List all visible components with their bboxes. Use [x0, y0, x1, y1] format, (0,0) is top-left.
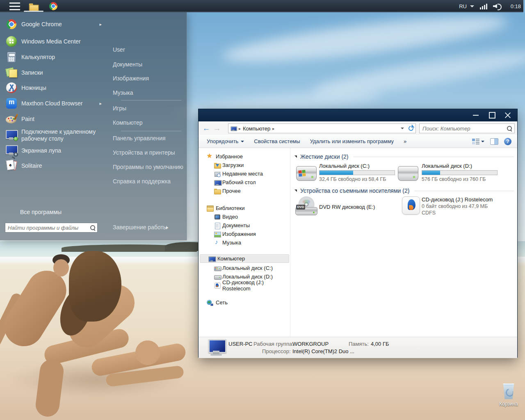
- magnifier-app-icon: [5, 144, 18, 157]
- breadcrumb-computer[interactable]: Компьютер: [243, 126, 270, 132]
- start-item-snipping-tool[interactable]: Ножницы: [0, 80, 106, 96]
- start-right-help-support[interactable]: Справка и поддержка: [107, 176, 187, 187]
- nav-music[interactable]: Музыка: [199, 238, 290, 247]
- nav-favorites[interactable]: Избранное: [199, 152, 290, 161]
- start-right-devices-printers[interactable]: Устройства и принтеры: [107, 147, 187, 158]
- help-button[interactable]: ?: [504, 138, 511, 145]
- wallpaper-couple: [0, 230, 213, 420]
- preview-pane-button[interactable]: [490, 138, 498, 145]
- start-item-calculator[interactable]: Калькулятор: [0, 49, 106, 65]
- chevron-down-icon: [481, 141, 484, 142]
- navigation-pane: Избранное Загрузки Недавние места Рабочи…: [199, 148, 290, 337]
- language-indicator[interactable]: RU: [459, 3, 474, 9]
- search-box[interactable]: [419, 123, 515, 133]
- start-item-media-center[interactable]: Windows Media Center: [0, 34, 106, 49]
- start-right-control-panel[interactable]: Панель управления: [107, 132, 187, 144]
- search-icon: [90, 225, 96, 231]
- start-item-maxthon[interactable]: Maxthon Cloud Browser: [0, 96, 106, 111]
- start-item-sticky-notes[interactable]: Записки: [0, 65, 106, 80]
- document-icon: [214, 222, 221, 229]
- nav-pictures[interactable]: Изображения: [199, 230, 290, 238]
- system-properties-button[interactable]: Свойства системы: [254, 138, 300, 144]
- group-header-removable[interactable]: Устройства со съемными носителями (2): [290, 187, 518, 194]
- volume-icon[interactable]: [493, 3, 501, 9]
- start-menu: Google Chrome Windows Media Center Кальк…: [0, 12, 187, 240]
- remote-desktop-icon: [5, 129, 18, 142]
- change-view-button[interactable]: [472, 138, 484, 145]
- nav-desktop[interactable]: Рабочий стол: [199, 178, 290, 187]
- uninstall-program-button[interactable]: Удалить или изменить программу: [310, 138, 394, 144]
- nav-recent-places[interactable]: Недавние места: [199, 169, 290, 178]
- organize-button[interactable]: Упорядочить: [207, 138, 244, 144]
- nav-libraries[interactable]: Библиотеки: [199, 204, 290, 212]
- nav-cd-rostelecom[interactable]: CD-дисковод (J:) Rostelecom: [199, 281, 290, 290]
- start-search-box[interactable]: [5, 223, 98, 233]
- close-button[interactable]: [501, 109, 515, 121]
- start-right-pictures[interactable]: Изображения: [107, 73, 187, 84]
- group-rule: [354, 157, 514, 157]
- toolbar-overflow-button[interactable]: »: [404, 138, 406, 144]
- start-item-paint[interactable]: Paint: [0, 111, 106, 127]
- start-item-remote-desktop[interactable]: Подключение к удаленному рабочему столу: [0, 126, 106, 144]
- back-button[interactable]: ←: [201, 123, 212, 134]
- shutdown-button[interactable]: Завершение работы: [107, 221, 187, 233]
- window-titlebar[interactable]: [199, 109, 517, 121]
- nav-videos[interactable]: Видео: [199, 212, 290, 221]
- start-right-user[interactable]: User: [107, 44, 187, 55]
- computer-name: USER-PC: [228, 341, 253, 347]
- start-right-documents[interactable]: Документы: [107, 59, 187, 70]
- minimize-button[interactable]: [469, 109, 483, 121]
- address-bar[interactable]: ▸ Компьютер ▸: [228, 123, 416, 133]
- desktop-icon-recycle-bin[interactable]: Корзина: [495, 383, 522, 412]
- explorer-body: Избранное Загрузки Недавние места Рабочи…: [199, 148, 517, 337]
- search-input[interactable]: [422, 125, 507, 132]
- computer-icon: [208, 256, 215, 262]
- snipping-tool-icon: [5, 81, 18, 94]
- collapse-triangle-icon: [294, 189, 297, 192]
- nav-network[interactable]: Сеть: [199, 298, 290, 307]
- taskbar: RU 0:18: [0, 0, 525, 12]
- start-right-music[interactable]: Музыка: [107, 87, 187, 98]
- start-menu-right-column: User Документы Изображения Музыка Игры К…: [107, 12, 187, 240]
- show-desktop-button[interactable]: [523, 0, 525, 13]
- start-item-solitaire[interactable]: Solitaire: [0, 158, 106, 173]
- network-icon: [207, 299, 213, 306]
- address-dropdown-icon[interactable]: [401, 128, 404, 129]
- start-right-default-programs[interactable]: Программы по умолчанию: [107, 161, 187, 173]
- hard-drive-icon: [296, 166, 317, 181]
- music-note-icon: [214, 240, 221, 246]
- nav-computer[interactable]: Компьютер: [200, 254, 289, 263]
- maxthon-icon: [5, 97, 18, 110]
- nav-disk-c[interactable]: Локальный диск (C:): [199, 264, 290, 272]
- start-button[interactable]: [6, 0, 24, 12]
- video-icon: [214, 214, 221, 220]
- refresh-icon[interactable]: [408, 126, 414, 131]
- start-item-magnifier[interactable]: Экранная лупа: [0, 143, 106, 158]
- hard-drive-icon: [398, 166, 418, 181]
- nav-documents[interactable]: Документы: [199, 221, 290, 230]
- taskbar-chrome-button[interactable]: [46, 0, 61, 12]
- start-item-google-chrome[interactable]: Google Chrome: [0, 16, 106, 32]
- taskbar-clock[interactable]: 0:18: [507, 3, 521, 9]
- start-right-games[interactable]: Игры: [107, 103, 187, 114]
- solitaire-icon: [5, 159, 18, 172]
- nav-other[interactable]: Прочее: [199, 187, 290, 195]
- divider: [121, 100, 181, 100]
- breadcrumb-separator-icon: ▸: [272, 126, 274, 131]
- command-toolbar: Упорядочить Свойства системы Удалить или…: [199, 135, 517, 148]
- recycle-bin-icon: [502, 383, 515, 399]
- group-header-hard-disks[interactable]: Жесткие диски (2): [290, 153, 518, 160]
- group-rule: [414, 191, 514, 191]
- computer-icon: [207, 339, 226, 356]
- capacity-bar: [422, 170, 498, 175]
- maximize-button[interactable]: [485, 109, 499, 121]
- search-icon[interactable]: [507, 126, 512, 131]
- network-signal-icon[interactable]: [480, 3, 487, 9]
- start-right-computer[interactable]: Компьютер: [107, 117, 187, 128]
- memory-value: 4,00 ГБ: [371, 341, 389, 347]
- computer-icon: [231, 126, 236, 131]
- start-search-input[interactable]: [7, 224, 90, 231]
- all-programs-button[interactable]: Все программы: [20, 208, 62, 217]
- nav-downloads[interactable]: Загрузки: [199, 161, 290, 169]
- forward-button[interactable]: →: [212, 123, 222, 134]
